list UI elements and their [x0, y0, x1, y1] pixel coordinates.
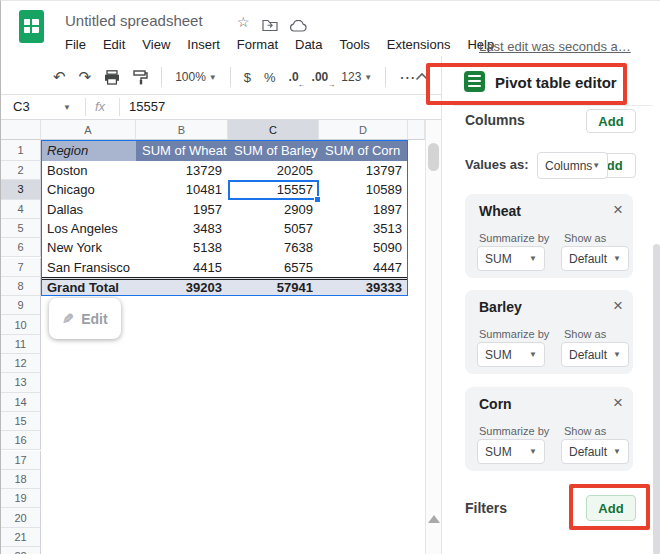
- close-icon[interactable]: ×: [613, 296, 623, 316]
- cell[interactable]: 5057: [228, 219, 319, 238]
- row-number-4[interactable]: 4: [1, 200, 41, 219]
- values-as-dropdown[interactable]: Columns▼: [537, 152, 608, 179]
- row-number-19[interactable]: 19: [1, 489, 41, 508]
- more-tools-icon[interactable]: ⋯: [399, 68, 415, 87]
- show-as-dropdown[interactable]: Default▼: [561, 439, 629, 464]
- formula-input[interactable]: 15557: [129, 99, 165, 114]
- last-edit-link[interactable]: Last edit was seconds a…: [479, 39, 631, 54]
- grand-total-cell[interactable]: 39203: [136, 277, 228, 296]
- cell[interactable]: 4415: [136, 258, 228, 277]
- collapse-toolbar-icon[interactable]: [415, 67, 429, 85]
- columns-add-button[interactable]: Add: [586, 109, 636, 133]
- name-box-caret-icon[interactable]: ▼: [63, 103, 71, 112]
- cell[interactable]: 2909: [228, 200, 319, 219]
- cell[interactable]: Boston: [41, 161, 136, 180]
- move-folder-icon[interactable]: [262, 17, 278, 35]
- column-header-c[interactable]: C: [228, 120, 319, 140]
- show-as-dropdown[interactable]: Default▼: [561, 246, 629, 271]
- menu-item-format[interactable]: Format: [237, 37, 278, 52]
- scroll-up-arrow-icon[interactable]: [428, 515, 440, 523]
- grid-scrollbar-thumb[interactable]: [428, 143, 439, 171]
- document-title[interactable]: Untitled spreadsheet: [65, 12, 203, 29]
- row-number-3[interactable]: 3: [1, 180, 41, 199]
- row-number-22[interactable]: 22: [1, 547, 41, 554]
- cell[interactable]: 13729: [136, 161, 228, 180]
- close-icon[interactable]: ×: [613, 393, 623, 413]
- menu-item-tools[interactable]: Tools: [339, 37, 369, 52]
- increase-decimals-icon[interactable]: .00→: [312, 70, 329, 84]
- row-number-21[interactable]: 21: [1, 528, 41, 547]
- cell[interactable]: New York: [41, 238, 136, 257]
- cell[interactable]: Los Angeles: [41, 219, 136, 238]
- pivot-edit-button[interactable]: ✎ Edit: [49, 298, 121, 339]
- row-number-2[interactable]: 2: [1, 161, 41, 180]
- zoom-select[interactable]: 100%▼: [175, 70, 217, 84]
- row-number-14[interactable]: 14: [1, 393, 41, 412]
- summarize-by-dropdown[interactable]: SUM▼: [477, 246, 545, 271]
- cell[interactable]: Chicago: [41, 180, 136, 199]
- cell[interactable]: 6575: [228, 258, 319, 277]
- panel-scrollbar-thumb[interactable]: [653, 244, 660, 554]
- pivot-header-cell[interactable]: SUM of Wheat: [136, 140, 228, 161]
- row-number-16[interactable]: 16: [1, 431, 41, 450]
- cell[interactable]: Dallas: [41, 200, 136, 219]
- menu-item-insert[interactable]: Insert: [187, 37, 220, 52]
- decrease-decimals-icon[interactable]: .0←: [289, 70, 299, 84]
- cell[interactable]: San Fransisco: [41, 258, 136, 277]
- row-number-6[interactable]: 6: [1, 238, 41, 257]
- cell[interactable]: 10481: [136, 180, 228, 199]
- column-header-a[interactable]: A: [41, 120, 136, 140]
- filters-add-button[interactable]: Add: [586, 495, 636, 521]
- row-number-8[interactable]: 8: [1, 277, 41, 296]
- menu-item-edit[interactable]: Edit: [103, 37, 125, 52]
- row-number-10[interactable]: 10: [1, 315, 41, 334]
- percent-format-icon[interactable]: %: [264, 70, 276, 85]
- undo-icon[interactable]: ↶: [53, 68, 66, 86]
- cell[interactable]: 3513: [319, 219, 408, 238]
- print-icon[interactable]: [104, 70, 120, 85]
- star-icon[interactable]: ☆: [237, 14, 250, 30]
- summarize-by-dropdown[interactable]: SUM▼: [477, 342, 545, 367]
- row-number-18[interactable]: 18: [1, 470, 41, 489]
- show-as-dropdown[interactable]: Default▼: [561, 342, 629, 367]
- menu-item-data[interactable]: Data: [295, 37, 322, 52]
- grid-vertical-scrollbar[interactable]: [425, 120, 441, 554]
- number-format-select[interactable]: 123▼: [341, 70, 372, 84]
- row-number-12[interactable]: 12: [1, 354, 41, 373]
- column-header-b[interactable]: B: [136, 120, 228, 140]
- cell[interactable]: 20205: [228, 161, 319, 180]
- cloud-status-icon[interactable]: [289, 18, 307, 36]
- row-number-7[interactable]: 7: [1, 258, 41, 277]
- row-number-11[interactable]: 11: [1, 335, 41, 354]
- pivot-header-cell[interactable]: SUM of Barley: [228, 140, 319, 161]
- row-number-1[interactable]: 1: [1, 140, 41, 161]
- cell[interactable]: 7638: [228, 238, 319, 257]
- pivot-header-cell[interactable]: SUM of Corn: [319, 140, 408, 161]
- row-number-15[interactable]: 15: [1, 412, 41, 431]
- row-number-13[interactable]: 13: [1, 373, 41, 392]
- menu-item-view[interactable]: View: [142, 37, 170, 52]
- close-icon[interactable]: ×: [613, 200, 623, 220]
- menu-item-extensions[interactable]: Extensions: [387, 37, 451, 52]
- summarize-by-dropdown[interactable]: SUM▼: [477, 439, 545, 464]
- grand-total-cell[interactable]: Grand Total: [41, 277, 136, 296]
- row-number-5[interactable]: 5: [1, 219, 41, 238]
- column-header-d[interactable]: D: [319, 120, 408, 140]
- cell[interactable]: 13797: [319, 161, 408, 180]
- paint-format-icon[interactable]: [133, 70, 148, 85]
- cell[interactable]: 1957: [136, 200, 228, 219]
- name-box[interactable]: C3: [13, 99, 30, 114]
- cell[interactable]: 5138: [136, 238, 228, 257]
- grand-total-cell[interactable]: 39333: [319, 277, 408, 296]
- row-number-9[interactable]: 9: [1, 296, 41, 315]
- cell[interactable]: 1897: [319, 200, 408, 219]
- fill-handle[interactable]: [314, 196, 321, 203]
- cell[interactable]: 10589: [319, 180, 408, 199]
- cell[interactable]: 4447: [319, 258, 408, 277]
- redo-icon[interactable]: ↷: [79, 68, 92, 86]
- row-number-20[interactable]: 20: [1, 508, 41, 527]
- row-number-17[interactable]: 17: [1, 451, 41, 470]
- currency-format-icon[interactable]: $: [244, 70, 251, 85]
- cell[interactable]: 3483: [136, 219, 228, 238]
- grand-total-cell[interactable]: 57941: [228, 277, 319, 296]
